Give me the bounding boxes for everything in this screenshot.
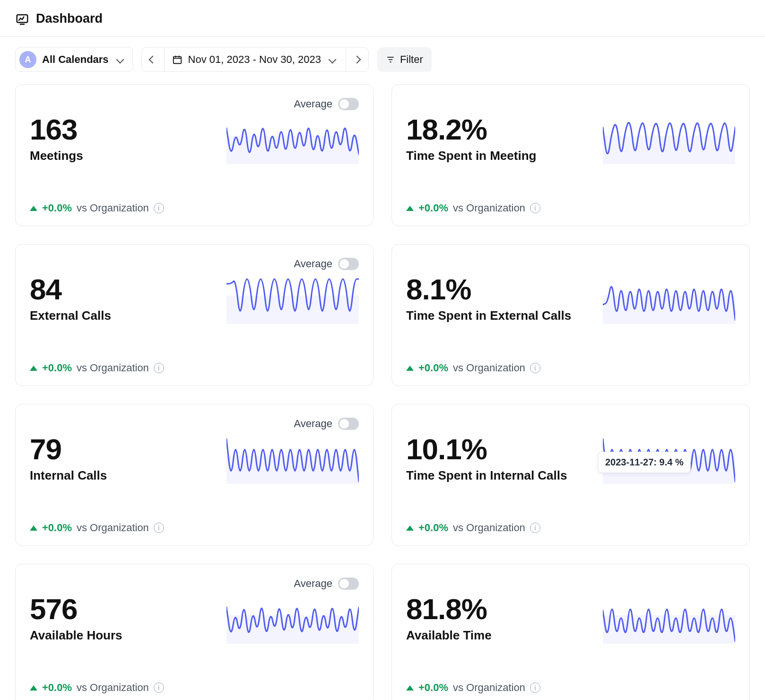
info-icon[interactable]: i	[154, 523, 164, 533]
calendars-label: All Calendars	[42, 53, 109, 66]
average-toggle-row	[406, 577, 735, 591]
info-icon[interactable]: i	[530, 363, 540, 373]
chevron-down-icon	[116, 56, 124, 64]
comparison-row: +0.0%vs Organizationi	[30, 349, 359, 374]
card-body: 8.1%Time Spent in External Calls	[406, 274, 735, 324]
stat-value: 10.1%	[406, 434, 591, 464]
trend-up-icon	[406, 366, 414, 371]
comparison-label: vs Organization	[77, 682, 149, 694]
average-toggle-row	[406, 97, 735, 111]
stat-label: External Calls	[30, 308, 215, 323]
comparison-label: vs Organization	[77, 362, 149, 374]
metric-card: 10.1%Time Spent in Internal Calls2023-11…	[391, 404, 750, 546]
metric-card: Average163Meetings+0.0%vs Organizationi	[15, 84, 374, 226]
average-toggle[interactable]	[338, 578, 359, 590]
stat-value: 576	[30, 594, 215, 624]
average-label: Average	[294, 98, 332, 110]
date-range-button[interactable]: Nov 01, 2023 - Nov 30, 2023	[165, 53, 346, 66]
average-toggle-row: Average	[30, 257, 359, 271]
chart-tooltip: 2023-11-27: 9.4 %	[598, 452, 691, 473]
average-toggle-row	[406, 417, 735, 431]
card-body: 10.1%Time Spent in Internal Calls2023-11…	[406, 434, 735, 484]
next-range-button[interactable]	[346, 48, 368, 71]
stat-value: 81.8%	[406, 594, 591, 624]
delta-value: +0.0%	[418, 522, 448, 534]
comparison-row: +0.0%vs Organizationi	[406, 508, 735, 534]
average-toggle[interactable]	[338, 418, 359, 430]
svg-rect-1	[173, 57, 181, 64]
stat-column: 18.2%Time Spent in Meeting	[406, 114, 591, 163]
metric-card: 81.8%Available Time+0.0%vs Organizationi	[391, 564, 750, 700]
delta-value: +0.0%	[42, 522, 72, 534]
comparison-label: vs Organization	[453, 362, 525, 374]
chevron-left-icon	[149, 56, 157, 64]
comparison-label: vs Organization	[453, 682, 525, 694]
trend-up-icon	[406, 525, 414, 531]
calendars-selector[interactable]: A All Calendars	[15, 47, 133, 72]
trend-up-icon	[406, 685, 414, 691]
sparkline-chart[interactable]	[603, 277, 735, 324]
prev-range-button[interactable]	[142, 48, 165, 71]
comparison-label: vs Organization	[77, 522, 149, 534]
filter-button[interactable]: Filter	[377, 47, 432, 72]
sparkline-chart[interactable]	[226, 117, 359, 164]
stat-column: 84External Calls	[30, 274, 215, 323]
card-body: 84External Calls	[30, 274, 359, 324]
info-icon[interactable]: i	[530, 682, 540, 693]
stat-label: Meetings	[30, 149, 215, 163]
card-body: 81.8%Available Time	[406, 594, 735, 644]
stat-column: 79Internal Calls	[30, 434, 215, 483]
average-toggle-row	[406, 257, 735, 271]
metric-card: Average84External Calls+0.0%vs Organizat…	[15, 244, 374, 386]
stat-value: 163	[30, 114, 215, 145]
chevron-right-icon	[353, 56, 361, 64]
sparkline-svg	[226, 437, 359, 484]
delta-value: +0.0%	[418, 682, 448, 694]
average-toggle[interactable]	[338, 98, 359, 110]
stat-value: 18.2%	[406, 114, 591, 145]
stat-column: 81.8%Available Time	[406, 594, 591, 643]
calendar-icon	[172, 54, 183, 65]
card-body: 163Meetings	[30, 114, 359, 164]
sparkline-svg	[603, 596, 735, 644]
comparison-row: +0.0%vs Organizationi	[406, 189, 735, 214]
average-toggle-row: Average	[30, 417, 359, 431]
info-icon[interactable]: i	[530, 523, 540, 533]
trend-up-icon	[30, 525, 37, 531]
sparkline-chart[interactable]	[226, 437, 359, 484]
trend-up-icon	[30, 366, 37, 371]
comparison-label: vs Organization	[453, 202, 525, 214]
chevron-down-icon	[328, 56, 336, 64]
average-label: Average	[294, 258, 332, 270]
stat-value: 79	[30, 434, 215, 464]
sparkline-chart[interactable]	[603, 117, 735, 164]
comparison-row: +0.0%vs Organizationi	[406, 349, 735, 374]
stat-column: 10.1%Time Spent in Internal Calls	[406, 434, 591, 483]
sparkline-chart[interactable]	[603, 596, 735, 644]
trend-up-icon	[30, 685, 37, 691]
sparkline-chart[interactable]	[226, 596, 359, 644]
trend-up-icon	[30, 206, 37, 211]
delta-value: +0.0%	[418, 202, 448, 214]
sparkline-chart[interactable]	[226, 277, 359, 324]
sparkline-svg	[603, 117, 735, 164]
average-toggle[interactable]	[338, 258, 359, 270]
card-body: 576Available Hours	[30, 594, 359, 644]
delta-value: +0.0%	[42, 682, 72, 694]
date-range-control: Nov 01, 2023 - Nov 30, 2023	[141, 47, 369, 72]
page-header: Dashboard	[0, 0, 765, 37]
comparison-row: +0.0%vs Organizationi	[30, 189, 359, 214]
sparkline-chart[interactable]: 2023-11-27: 9.4 %	[603, 437, 735, 484]
info-icon[interactable]: i	[154, 363, 164, 373]
comparison-label: vs Organization	[453, 522, 525, 534]
metric-card: 8.1%Time Spent in External Calls+0.0%vs …	[391, 244, 750, 386]
info-icon[interactable]: i	[154, 203, 164, 213]
sparkline-svg	[226, 277, 359, 324]
info-icon[interactable]: i	[154, 682, 164, 693]
info-icon[interactable]: i	[530, 203, 540, 213]
average-toggle-row: Average	[30, 97, 359, 111]
stat-label: Available Hours	[30, 628, 215, 643]
filter-icon	[386, 55, 395, 64]
delta-value: +0.0%	[418, 362, 448, 374]
comparison-row: +0.0%vs Organizationi	[30, 508, 359, 534]
